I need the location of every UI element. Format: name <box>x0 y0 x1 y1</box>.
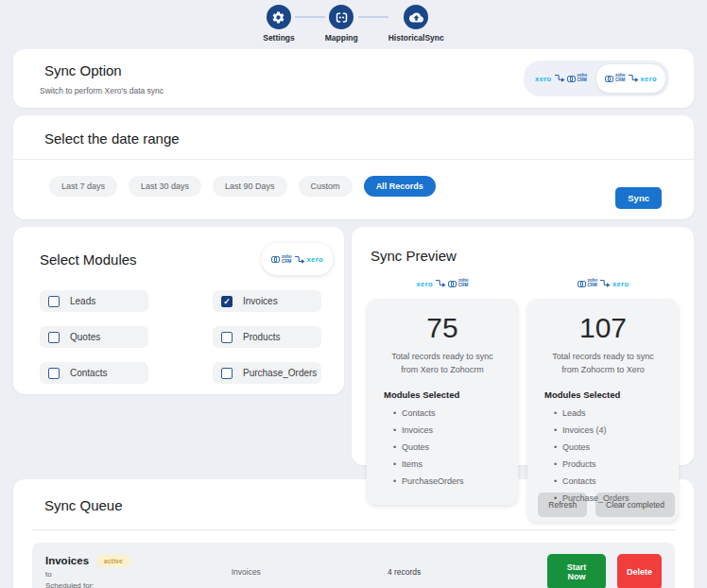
modules-grid: Leads✓InvoicesQuotesProductsContactsPurc… <box>40 290 321 384</box>
module-checkbox-row[interactable]: Leads <box>40 290 148 312</box>
zoho-crm-icon <box>448 281 457 287</box>
module-checkbox[interactable] <box>48 296 60 307</box>
record-count: 75 <box>376 312 509 344</box>
divider <box>13 159 694 160</box>
toggle-option-zoho-to-xero[interactable]: zohoCRMxero <box>595 63 666 94</box>
step-label-historical-sync: HistoricalSync <box>388 33 444 43</box>
sync-preview-card: Sync Preview xerozohoCRM 75 Total record… <box>352 227 694 465</box>
module-list-item: Items <box>393 456 509 473</box>
mapping-icon <box>335 10 349 25</box>
zoho-crm-icon <box>567 76 576 82</box>
modules-selected-heading: Modules Selected <box>384 389 509 400</box>
zoho-crm-wordmark: zohoCRM <box>282 255 292 265</box>
zoho-to-xero-logo: zohoCRMxero <box>578 275 629 292</box>
sync-direction-toggle[interactable]: xerozohoCRM zohoCRMxero <box>524 61 669 96</box>
modules-selected-list: ContactsInvoicesQuotesItemsPurchaseOrder… <box>376 405 509 490</box>
zoho-crm-logo: zohoCRM <box>448 279 469 288</box>
delete-button[interactable]: Delete <box>617 554 662 588</box>
module-list-item: Invoices (4) <box>554 422 669 439</box>
status-badge: active <box>96 555 130 567</box>
zoho-crm-logo: zohoCRM <box>605 74 626 83</box>
queue-item-name: Invoices <box>45 555 89 566</box>
module-checkbox-row[interactable]: ✓Invoices <box>213 290 321 312</box>
module-list-item: PurchaseOrders <box>393 473 509 490</box>
xero-logo: xero <box>641 75 657 83</box>
zoho-crm-icon <box>605 76 613 82</box>
zoho-crm-logo: zohoCRM <box>578 279 598 288</box>
preview-panel: 75 Total records ready to sync from Xero… <box>367 299 518 505</box>
step-label-mapping: Mapping <box>325 33 358 43</box>
date-range-pill[interactable]: All Records <box>364 176 436 197</box>
module-list-item: Leads <box>554 405 669 422</box>
date-range-pill[interactable]: Custom <box>299 176 353 197</box>
queue-item-buttons: Start Now Delete <box>547 554 662 588</box>
page: Settings Mapping HistoricalSync Sync Opt… <box>0 0 707 588</box>
record-count-description: Total records ready to sync from Xero to… <box>384 351 501 377</box>
zoho-crm-logo: zohoCRM <box>271 255 292 265</box>
module-checkbox-row[interactable]: Products <box>213 326 321 348</box>
module-checkbox-row[interactable]: Purchase_Orders <box>213 362 321 384</box>
modules-selected-heading: Modules Selected <box>544 389 669 400</box>
historical-sync-step-circle[interactable] <box>404 5 428 29</box>
module-checkbox-row[interactable]: Contacts <box>40 362 148 384</box>
module-checkbox[interactable] <box>48 368 60 379</box>
queue-item-record-count: 4 records <box>388 567 547 577</box>
xero-logo: xero <box>307 255 323 264</box>
module-checkbox[interactable] <box>221 332 233 343</box>
sync-option-subtitle: Switch to perform Xero's data sync <box>40 86 164 95</box>
module-label: Invoices <box>243 296 278 306</box>
xero-to-zoho-logo: xerozohoCRM <box>535 70 587 87</box>
module-list-item: Quotes <box>554 439 669 456</box>
start-now-button[interactable]: Start Now <box>547 554 606 588</box>
module-checkbox-row[interactable]: Quotes <box>40 326 148 348</box>
crm-text-line: CRM <box>458 284 469 288</box>
module-label: Leads <box>70 296 95 306</box>
module-list-item: Contacts <box>393 405 509 422</box>
zoho-crm-wordmark: zohoCRM <box>578 74 588 83</box>
stepper-connector <box>358 16 388 18</box>
divider <box>32 529 675 530</box>
queue-item-to-label: to <box>45 570 232 579</box>
preview-columns: xerozohoCRM 75 Total records ready to sy… <box>367 275 679 522</box>
sync-option-title: Sync Option <box>44 62 164 78</box>
crm-text-line: CRM <box>615 78 626 83</box>
mapping-step-circle[interactable] <box>329 5 354 29</box>
preview-column-zoho-to-xero: zohoCRMxero 107 Total records ready to s… <box>527 275 679 522</box>
settings-step-circle[interactable] <box>267 5 291 29</box>
toggle-option-xero-to-zoho[interactable]: xerozohoCRM <box>526 64 595 93</box>
crm-text-line: CRM <box>578 78 588 83</box>
modules-direction-badge: zohoCRMxero <box>262 243 333 275</box>
select-modules-card: Select Modules zohoCRMxero Leads✓Invoice… <box>13 227 344 394</box>
module-checkbox[interactable] <box>48 332 60 343</box>
module-checkbox[interactable] <box>221 368 233 379</box>
elbow-arrow-icon <box>599 275 611 292</box>
xero-logo: xero <box>612 280 629 288</box>
queue-item-info: Invoices active to Scheduled for: <box>45 555 232 588</box>
sync-option-card: Sync Option Switch to perform Xero's dat… <box>13 49 694 108</box>
xero-to-zoho-logo: xerozohoCRM <box>417 275 469 292</box>
date-range-pill[interactable]: Last 30 days <box>129 176 201 197</box>
step-mapping[interactable]: Mapping <box>325 5 358 43</box>
queue-item-row: Invoices active to Scheduled for: Invoic… <box>32 543 675 588</box>
zoho-crm-logo: zohoCRM <box>567 74 588 83</box>
step-historical-sync[interactable]: HistoricalSync <box>388 5 444 43</box>
elbow-arrow-icon <box>435 275 446 292</box>
date-range-pill[interactable]: Last 90 Days <box>213 176 287 197</box>
module-checkbox[interactable]: ✓ <box>221 296 233 307</box>
elbow-arrow-icon <box>294 251 305 268</box>
record-count-description: Total records ready to sync from Zohocrm… <box>544 351 662 377</box>
queue-item-name-row: Invoices active <box>45 555 232 567</box>
module-list-item: Purchase_Orders <box>554 490 669 507</box>
zoho-to-xero-logo: zohoCRMxero <box>271 251 323 268</box>
stepper-connector <box>295 16 325 18</box>
module-label: Quotes <box>70 332 100 342</box>
sync-preview-title: Sync Preview <box>371 248 679 264</box>
module-list-item: Quotes <box>393 439 509 456</box>
module-list-item: Products <box>554 456 669 473</box>
sync-button[interactable]: Sync <box>615 187 662 209</box>
queue-item-scheduled-label: Scheduled for: <box>45 581 232 588</box>
date-range-options: Last 7 daysLast 30 daysLast 90 DaysCusto… <box>49 176 694 197</box>
date-range-pill[interactable]: Last 7 days <box>49 176 117 197</box>
step-label-settings: Settings <box>263 33 295 43</box>
step-settings[interactable]: Settings <box>263 5 295 43</box>
